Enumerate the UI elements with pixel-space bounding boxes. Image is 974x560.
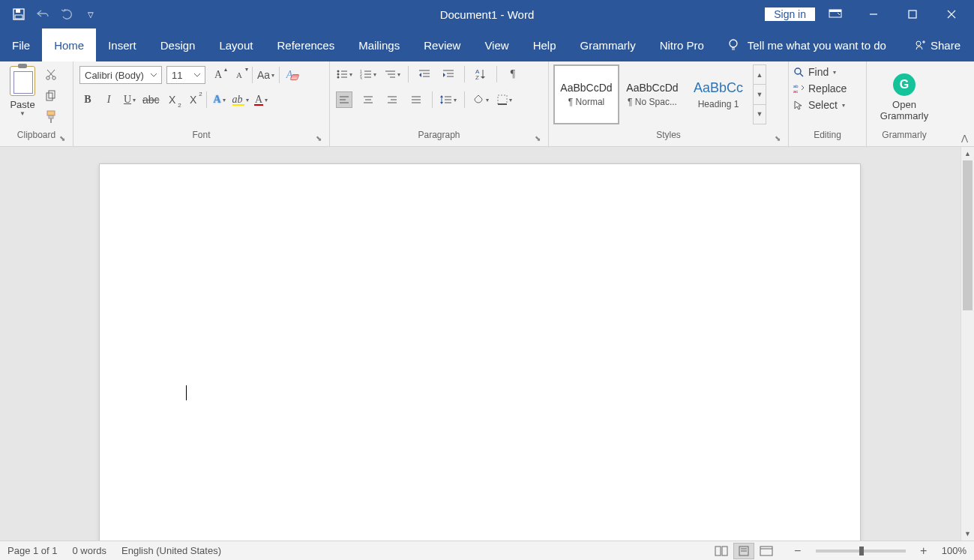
bold-button[interactable]: B bbox=[79, 91, 96, 108]
save-icon[interactable] bbox=[12, 7, 25, 21]
paragraph-launcher-icon[interactable]: ⬊ bbox=[535, 134, 545, 145]
word-count[interactable]: 0 words bbox=[73, 545, 107, 556]
web-layout-icon[interactable] bbox=[756, 543, 777, 559]
group-font: Calibri (Body) 11 A▴ A▾ Aa▾ A B I U▾ abc bbox=[73, 61, 330, 146]
zoom-out-button[interactable]: − bbox=[787, 543, 808, 559]
undo-icon[interactable] bbox=[36, 7, 49, 21]
tab-nitro-pro[interactable]: Nitro Pro bbox=[648, 28, 716, 61]
shading-icon[interactable]: ▾ bbox=[472, 91, 489, 108]
tab-file[interactable]: File bbox=[0, 28, 42, 61]
gallery-up-icon[interactable]: ▲ bbox=[754, 65, 766, 85]
line-spacing-icon[interactable]: ▾ bbox=[440, 91, 457, 108]
copy-icon[interactable] bbox=[43, 88, 58, 103]
zoom-slider-knob[interactable] bbox=[859, 547, 864, 556]
font-size-combo[interactable]: 11 bbox=[166, 66, 205, 84]
document-area: ▲ ▼ bbox=[0, 147, 974, 541]
styles-launcher-icon[interactable]: ⬊ bbox=[775, 134, 785, 145]
paste-button[interactable]: Paste ▼ bbox=[4, 64, 40, 117]
grow-font-icon[interactable]: A▴ bbox=[210, 67, 226, 83]
tab-review[interactable]: Review bbox=[412, 28, 472, 61]
sign-in-button[interactable]: Sign in bbox=[765, 7, 815, 21]
align-center-icon[interactable] bbox=[360, 91, 376, 108]
gallery-more-icon[interactable]: ▼ bbox=[754, 105, 766, 124]
open-grammarly-label2[interactable]: Grammarly bbox=[880, 110, 928, 121]
redo-icon[interactable] bbox=[60, 7, 73, 21]
minimize-button[interactable] bbox=[854, 0, 893, 28]
collapse-ribbon-icon[interactable]: ⋀ bbox=[961, 133, 968, 143]
print-layout-icon[interactable] bbox=[733, 543, 754, 559]
close-button[interactable] bbox=[932, 0, 971, 28]
strikethrough-button[interactable]: abc bbox=[142, 91, 160, 108]
ribbon-display-options-icon[interactable] bbox=[821, 0, 850, 28]
zoom-slider[interactable] bbox=[816, 550, 906, 553]
read-mode-icon[interactable] bbox=[711, 543, 732, 559]
format-painter-icon[interactable] bbox=[43, 109, 58, 124]
svg-point-23 bbox=[337, 73, 340, 76]
multilevel-list-icon[interactable]: ▾ bbox=[384, 66, 400, 82]
tab-design[interactable]: Design bbox=[148, 28, 208, 61]
font-name-combo[interactable]: Calibri (Body) bbox=[79, 66, 162, 84]
align-left-icon[interactable] bbox=[336, 91, 352, 108]
change-case-icon[interactable]: Aa▾ bbox=[257, 67, 274, 83]
scroll-up-icon[interactable]: ▲ bbox=[961, 147, 974, 160]
italic-button[interactable]: I bbox=[100, 91, 117, 108]
font-launcher-icon[interactable]: ⬊ bbox=[316, 134, 326, 145]
group-label-editing: Editing bbox=[789, 130, 866, 146]
maximize-button[interactable] bbox=[893, 0, 932, 28]
font-size-value: 11 bbox=[172, 70, 182, 81]
underline-button[interactable]: U▾ bbox=[121, 91, 138, 108]
select-button[interactable]: Select ▾ bbox=[793, 99, 845, 111]
tab-help[interactable]: Help bbox=[521, 28, 568, 61]
style-normal[interactable]: AaBbCcDd ¶ Normal bbox=[553, 64, 619, 124]
paste-icon bbox=[10, 66, 35, 96]
open-grammarly-label1[interactable]: Open bbox=[892, 99, 916, 110]
justify-icon[interactable] bbox=[408, 91, 424, 108]
replace-button[interactable]: abac Replace bbox=[793, 82, 847, 94]
grammarly-icon[interactable]: G bbox=[893, 73, 916, 96]
borders-icon[interactable]: ▾ bbox=[496, 91, 513, 108]
scroll-down-icon[interactable]: ▼ bbox=[961, 527, 974, 541]
text-effects-icon[interactable]: A▾ bbox=[211, 91, 228, 108]
subscript-button[interactable]: X2 bbox=[164, 91, 181, 108]
style-no-spacing[interactable]: AaBbCcDd ¶ No Spac... bbox=[619, 64, 685, 124]
align-right-icon[interactable] bbox=[384, 91, 400, 108]
tab-home[interactable]: Home bbox=[42, 28, 96, 61]
sort-icon[interactable]: AZ bbox=[472, 66, 489, 82]
gallery-down-icon[interactable]: ▼ bbox=[754, 85, 766, 104]
zoom-in-button[interactable]: + bbox=[913, 543, 934, 559]
svg-rect-19 bbox=[47, 111, 55, 115]
scroll-thumb[interactable] bbox=[963, 160, 973, 310]
zoom-level[interactable]: 100% bbox=[942, 545, 967, 556]
shrink-font-icon[interactable]: A▾ bbox=[231, 67, 247, 83]
share-button[interactable]: Share bbox=[901, 28, 974, 61]
increase-indent-icon[interactable] bbox=[440, 66, 457, 82]
clear-formatting-icon[interactable]: A bbox=[284, 67, 301, 83]
show-hide-marks-icon[interactable]: ¶ bbox=[505, 66, 521, 82]
highlight-color-icon[interactable]: ab▾ bbox=[232, 91, 249, 108]
page-count[interactable]: Page 1 of 1 bbox=[7, 545, 58, 556]
bullets-icon[interactable]: ▾ bbox=[336, 66, 352, 82]
cut-icon[interactable] bbox=[43, 67, 58, 82]
tab-mailings[interactable]: Mailings bbox=[346, 28, 412, 61]
qat-customize-icon[interactable]: ▽ bbox=[84, 7, 97, 21]
tab-layout[interactable]: Layout bbox=[207, 28, 265, 61]
tab-grammarly[interactable]: Grammarly bbox=[568, 28, 648, 61]
paste-dropdown-icon[interactable]: ▼ bbox=[19, 110, 25, 117]
style-heading1[interactable]: AaBbCc Heading 1 bbox=[685, 64, 751, 124]
language-status[interactable]: English (United States) bbox=[121, 545, 221, 556]
superscript-button[interactable]: X2 bbox=[185, 91, 202, 108]
document-page[interactable] bbox=[99, 163, 861, 541]
vertical-scrollbar[interactable]: ▲ ▼ bbox=[961, 147, 974, 541]
decrease-indent-icon[interactable] bbox=[416, 66, 433, 82]
font-color-icon[interactable]: A▾ bbox=[253, 91, 270, 108]
title-bar: ▽ Document1 - Word Sign in bbox=[0, 0, 974, 28]
tab-references[interactable]: References bbox=[265, 28, 346, 61]
numbering-icon[interactable]: 123▾ bbox=[360, 66, 376, 82]
app-name: - Word bbox=[497, 8, 534, 21]
svg-rect-17 bbox=[46, 93, 52, 100]
tell-me-search[interactable]: Tell me what you want to do bbox=[748, 39, 886, 52]
tab-insert[interactable]: Insert bbox=[96, 28, 148, 61]
clipboard-launcher-icon[interactable]: ⬊ bbox=[59, 134, 70, 145]
tab-view[interactable]: View bbox=[472, 28, 520, 61]
find-button[interactable]: Find ▾ bbox=[793, 66, 836, 78]
